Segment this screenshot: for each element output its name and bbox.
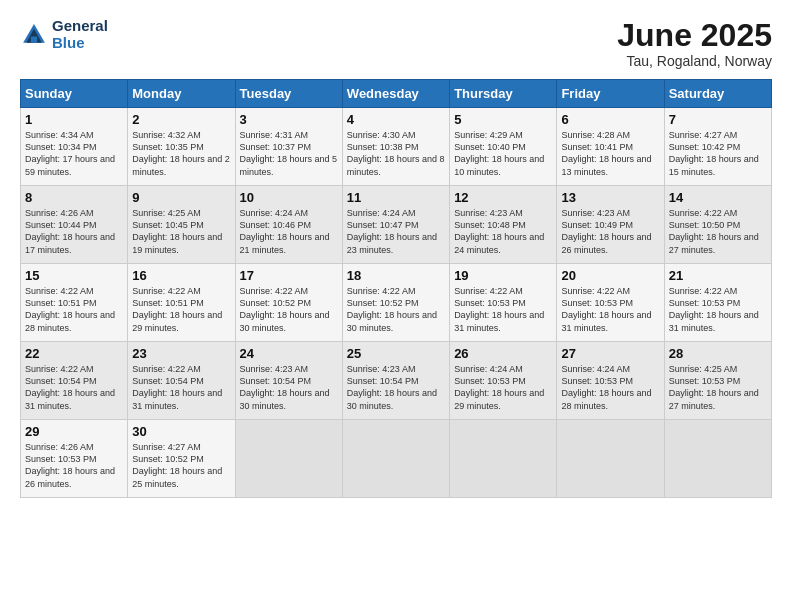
cell-day-number: 19 — [454, 268, 552, 283]
calendar-cell: 22 Sunrise: 4:22 AMSunset: 10:54 PMDayli… — [21, 342, 128, 420]
cell-info: Sunrise: 4:26 AMSunset: 10:53 PMDaylight… — [25, 442, 115, 488]
calendar-subtitle: Tau, Rogaland, Norway — [617, 53, 772, 69]
calendar-cell: 12 Sunrise: 4:23 AMSunset: 10:48 PMDayli… — [450, 186, 557, 264]
calendar-cell: 30 Sunrise: 4:27 AMSunset: 10:52 PMDayli… — [128, 420, 235, 498]
calendar-week-row: 15 Sunrise: 4:22 AMSunset: 10:51 PMDayli… — [21, 264, 772, 342]
cell-info: Sunrise: 4:22 AMSunset: 10:52 PMDaylight… — [240, 286, 330, 332]
calendar-cell: 2 Sunrise: 4:32 AMSunset: 10:35 PMDaylig… — [128, 108, 235, 186]
cell-day-number: 23 — [132, 346, 230, 361]
cell-day-number: 22 — [25, 346, 123, 361]
cell-info: Sunrise: 4:22 AMSunset: 10:50 PMDaylight… — [669, 208, 759, 254]
header-day: Monday — [128, 80, 235, 108]
logo-icon — [20, 21, 48, 49]
cell-day-number: 11 — [347, 190, 445, 205]
calendar-cell: 4 Sunrise: 4:30 AMSunset: 10:38 PMDaylig… — [342, 108, 449, 186]
page: General Blue June 2025 Tau, Rogaland, No… — [0, 0, 792, 612]
cell-info: Sunrise: 4:30 AMSunset: 10:38 PMDaylight… — [347, 130, 445, 176]
header: General Blue June 2025 Tau, Rogaland, No… — [20, 18, 772, 69]
header-day: Wednesday — [342, 80, 449, 108]
cell-day-number: 30 — [132, 424, 230, 439]
calendar-title: June 2025 — [617, 18, 772, 53]
cell-day-number: 21 — [669, 268, 767, 283]
calendar-cell — [235, 420, 342, 498]
calendar-cell: 5 Sunrise: 4:29 AMSunset: 10:40 PMDaylig… — [450, 108, 557, 186]
cell-day-number: 2 — [132, 112, 230, 127]
cell-day-number: 9 — [132, 190, 230, 205]
cell-day-number: 7 — [669, 112, 767, 127]
cell-day-number: 24 — [240, 346, 338, 361]
cell-day-number: 17 — [240, 268, 338, 283]
calendar-cell: 11 Sunrise: 4:24 AMSunset: 10:47 PMDayli… — [342, 186, 449, 264]
calendar-cell: 19 Sunrise: 4:22 AMSunset: 10:53 PMDayli… — [450, 264, 557, 342]
calendar-cell: 26 Sunrise: 4:24 AMSunset: 10:53 PMDayli… — [450, 342, 557, 420]
cell-info: Sunrise: 4:24 AMSunset: 10:47 PMDaylight… — [347, 208, 437, 254]
cell-day-number: 26 — [454, 346, 552, 361]
cell-info: Sunrise: 4:22 AMSunset: 10:52 PMDaylight… — [347, 286, 437, 332]
cell-info: Sunrise: 4:27 AMSunset: 10:52 PMDaylight… — [132, 442, 222, 488]
calendar-cell — [664, 420, 771, 498]
cell-info: Sunrise: 4:24 AMSunset: 10:53 PMDaylight… — [561, 364, 651, 410]
calendar-week-row: 8 Sunrise: 4:26 AMSunset: 10:44 PMDaylig… — [21, 186, 772, 264]
cell-info: Sunrise: 4:23 AMSunset: 10:54 PMDaylight… — [347, 364, 437, 410]
calendar-cell: 18 Sunrise: 4:22 AMSunset: 10:52 PMDayli… — [342, 264, 449, 342]
calendar-cell: 28 Sunrise: 4:25 AMSunset: 10:53 PMDayli… — [664, 342, 771, 420]
logo: General Blue — [20, 18, 108, 51]
header-day: Sunday — [21, 80, 128, 108]
cell-info: Sunrise: 4:22 AMSunset: 10:53 PMDaylight… — [454, 286, 544, 332]
cell-day-number: 10 — [240, 190, 338, 205]
cell-info: Sunrise: 4:24 AMSunset: 10:53 PMDaylight… — [454, 364, 544, 410]
cell-day-number: 20 — [561, 268, 659, 283]
cell-day-number: 6 — [561, 112, 659, 127]
calendar-cell: 24 Sunrise: 4:23 AMSunset: 10:54 PMDayli… — [235, 342, 342, 420]
cell-info: Sunrise: 4:22 AMSunset: 10:54 PMDaylight… — [132, 364, 222, 410]
cell-info: Sunrise: 4:23 AMSunset: 10:54 PMDaylight… — [240, 364, 330, 410]
cell-info: Sunrise: 4:23 AMSunset: 10:48 PMDaylight… — [454, 208, 544, 254]
cell-day-number: 4 — [347, 112, 445, 127]
cell-day-number: 5 — [454, 112, 552, 127]
cell-info: Sunrise: 4:23 AMSunset: 10:49 PMDaylight… — [561, 208, 651, 254]
calendar-week-row: 1 Sunrise: 4:34 AMSunset: 10:34 PMDaylig… — [21, 108, 772, 186]
calendar-cell — [342, 420, 449, 498]
calendar-cell — [450, 420, 557, 498]
cell-day-number: 16 — [132, 268, 230, 283]
cell-info: Sunrise: 4:25 AMSunset: 10:45 PMDaylight… — [132, 208, 222, 254]
calendar-cell: 27 Sunrise: 4:24 AMSunset: 10:53 PMDayli… — [557, 342, 664, 420]
calendar-cell: 23 Sunrise: 4:22 AMSunset: 10:54 PMDayli… — [128, 342, 235, 420]
calendar-cell: 20 Sunrise: 4:22 AMSunset: 10:53 PMDayli… — [557, 264, 664, 342]
calendar-cell: 16 Sunrise: 4:22 AMSunset: 10:51 PMDayli… — [128, 264, 235, 342]
calendar-week-row: 22 Sunrise: 4:22 AMSunset: 10:54 PMDayli… — [21, 342, 772, 420]
calendar-cell: 3 Sunrise: 4:31 AMSunset: 10:37 PMDaylig… — [235, 108, 342, 186]
cell-day-number: 1 — [25, 112, 123, 127]
cell-info: Sunrise: 4:22 AMSunset: 10:54 PMDaylight… — [25, 364, 115, 410]
cell-day-number: 8 — [25, 190, 123, 205]
calendar-cell: 1 Sunrise: 4:34 AMSunset: 10:34 PMDaylig… — [21, 108, 128, 186]
cell-info: Sunrise: 4:34 AMSunset: 10:34 PMDaylight… — [25, 130, 115, 176]
calendar-cell: 6 Sunrise: 4:28 AMSunset: 10:41 PMDaylig… — [557, 108, 664, 186]
calendar-cell: 14 Sunrise: 4:22 AMSunset: 10:50 PMDayli… — [664, 186, 771, 264]
calendar-cell: 9 Sunrise: 4:25 AMSunset: 10:45 PMDaylig… — [128, 186, 235, 264]
cell-info: Sunrise: 4:22 AMSunset: 10:51 PMDaylight… — [132, 286, 222, 332]
header-day: Friday — [557, 80, 664, 108]
calendar-cell: 15 Sunrise: 4:22 AMSunset: 10:51 PMDayli… — [21, 264, 128, 342]
cell-day-number: 28 — [669, 346, 767, 361]
cell-day-number: 15 — [25, 268, 123, 283]
cell-info: Sunrise: 4:27 AMSunset: 10:42 PMDaylight… — [669, 130, 759, 176]
calendar-cell: 7 Sunrise: 4:27 AMSunset: 10:42 PMDaylig… — [664, 108, 771, 186]
cell-info: Sunrise: 4:25 AMSunset: 10:53 PMDaylight… — [669, 364, 759, 410]
cell-day-number: 13 — [561, 190, 659, 205]
calendar-cell: 21 Sunrise: 4:22 AMSunset: 10:53 PMDayli… — [664, 264, 771, 342]
cell-day-number: 18 — [347, 268, 445, 283]
cell-day-number: 3 — [240, 112, 338, 127]
cell-info: Sunrise: 4:22 AMSunset: 10:51 PMDaylight… — [25, 286, 115, 332]
calendar-week-row: 29 Sunrise: 4:26 AMSunset: 10:53 PMDayli… — [21, 420, 772, 498]
calendar-cell: 25 Sunrise: 4:23 AMSunset: 10:54 PMDayli… — [342, 342, 449, 420]
cell-info: Sunrise: 4:22 AMSunset: 10:53 PMDaylight… — [669, 286, 759, 332]
cell-info: Sunrise: 4:29 AMSunset: 10:40 PMDaylight… — [454, 130, 544, 176]
cell-info: Sunrise: 4:31 AMSunset: 10:37 PMDaylight… — [240, 130, 338, 176]
calendar-cell: 8 Sunrise: 4:26 AMSunset: 10:44 PMDaylig… — [21, 186, 128, 264]
calendar-cell: 29 Sunrise: 4:26 AMSunset: 10:53 PMDayli… — [21, 420, 128, 498]
cell-info: Sunrise: 4:32 AMSunset: 10:35 PMDaylight… — [132, 130, 230, 176]
calendar-cell: 17 Sunrise: 4:22 AMSunset: 10:52 PMDayli… — [235, 264, 342, 342]
cell-info: Sunrise: 4:28 AMSunset: 10:41 PMDaylight… — [561, 130, 651, 176]
calendar-table: SundayMondayTuesdayWednesdayThursdayFrid… — [20, 79, 772, 498]
